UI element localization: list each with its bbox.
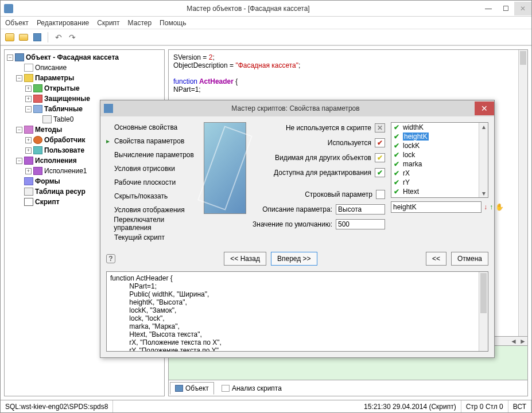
- doc-icon: [24, 64, 33, 72]
- meth-icon: [24, 126, 33, 134]
- menu-script[interactable]: Скрипт: [97, 19, 119, 27]
- toolbar-separator: [48, 32, 48, 42]
- x-icon: ✕: [394, 197, 401, 198]
- status-time: 15:21:30 29.04.2014 (Скрипт): [359, 400, 461, 412]
- dialog-app-icon: [104, 104, 113, 113]
- doc2-icon: [222, 385, 230, 392]
- user-icon: [33, 146, 42, 154]
- lbl-string: Строковый параметр: [305, 190, 372, 198]
- tree-params[interactable]: Параметры: [35, 73, 74, 83]
- nav-current[interactable]: ▸Текущий скрипт: [106, 232, 198, 243]
- close-button[interactable]: ✕: [514, 2, 531, 15]
- scroll-left-icon[interactable]: ◄: [509, 337, 518, 345]
- tab-analysis[interactable]: Анализ скрипта: [216, 382, 287, 395]
- maximize-button[interactable]: ☐: [497, 2, 514, 15]
- check-icon: ✔: [394, 160, 401, 168]
- nav-calc[interactable]: ▸Вычисление параметров: [106, 150, 198, 160]
- save-button[interactable]: [32, 32, 43, 43]
- tree-exec1[interactable]: Исполнение1: [44, 166, 87, 176]
- dialog-close-button[interactable]: ✕: [475, 102, 494, 115]
- nav-planes[interactable]: ▸Рабочие плоскости: [106, 177, 198, 188]
- grid-icon: [42, 115, 52, 123]
- tree-tabular[interactable]: Табличные: [44, 104, 83, 114]
- tree-desc[interactable]: Описание: [35, 63, 67, 73]
- tree-root[interactable]: Объект - Фасадная кассета: [26, 52, 119, 63]
- editor-vscroll[interactable]: [518, 50, 527, 336]
- nav-display[interactable]: ▸Условия отображения: [106, 205, 198, 215]
- param-list-scroll[interactable]: ▴▾: [479, 123, 488, 197]
- rewind-button[interactable]: <<: [426, 252, 446, 266]
- script-wizard-dialog: Мастер скриптов: Свойства параметров ✕ ▸…: [100, 100, 495, 358]
- move-up-button[interactable]: ↑: [490, 202, 493, 212]
- grid2-icon: [24, 188, 33, 196]
- tree-tableres[interactable]: Таблица ресур: [35, 186, 86, 197]
- cube-icon: [15, 53, 24, 61]
- menu-edit[interactable]: Редактирование: [37, 19, 89, 27]
- default-input[interactable]: [336, 219, 385, 229]
- undo-button[interactable]: ↶: [53, 32, 64, 43]
- tree-script[interactable]: Скрипт: [35, 197, 60, 207]
- param-fields: Не используется в скрипте✕ Используется✔…: [252, 122, 385, 243]
- forward-button[interactable]: Вперед >>: [271, 252, 317, 266]
- menu-object[interactable]: Объект: [5, 19, 29, 27]
- tab-object[interactable]: Объект: [170, 382, 214, 395]
- dialog-titlebar: Мастер скриптов: Свойства параметров ✕: [100, 100, 494, 116]
- tree-handlers[interactable]: Обработчик: [44, 135, 85, 145]
- exec-icon: [24, 157, 33, 165]
- main-titlebar: Мастер объектов - [Фасадная кассета] — ☐…: [1, 1, 531, 17]
- back-button[interactable]: << Назад: [224, 252, 266, 266]
- toolbar: ↶ ↷: [1, 29, 531, 45]
- preview-vscroll[interactable]: [479, 272, 488, 351]
- app-icon: [4, 4, 13, 13]
- menu-master[interactable]: Мастер: [128, 19, 152, 27]
- lbl-notused: Не используется в скрипте: [286, 124, 371, 132]
- tree-open[interactable]: Открытые: [44, 83, 80, 93]
- tree-execs[interactable]: Исполнения: [35, 155, 77, 166]
- nav-switches[interactable]: ▸Переключатели управления: [106, 219, 198, 229]
- mark-used-icon: ✔: [375, 138, 385, 147]
- tree-methods[interactable]: Методы: [35, 124, 62, 135]
- lbl-editable: Доступна для редактирования: [274, 169, 371, 177]
- statusbar: SQL:wst-kiev-eng02\SPDS:spds8 15:21:30 2…: [1, 400, 531, 412]
- check-icon: ✔: [394, 142, 401, 150]
- pick-button[interactable]: ✋: [495, 202, 504, 212]
- lbl-desc: Описание параметра:: [262, 205, 332, 213]
- move-down-button[interactable]: ↓: [484, 202, 487, 212]
- form-icon: [24, 177, 33, 185]
- menu-help[interactable]: Помощь: [160, 19, 186, 27]
- minimize-button[interactable]: —: [480, 2, 497, 15]
- open-icon: [33, 84, 42, 92]
- tree-table0[interactable]: Table0: [53, 114, 73, 124]
- tree-prot[interactable]: Защищенные: [44, 93, 90, 104]
- prot-icon: [33, 95, 42, 103]
- mark-visible-icon: ✔: [375, 153, 385, 162]
- tree-custom[interactable]: Пользовате: [44, 145, 84, 155]
- preview-code[interactable]: function ActHeader { NPart=1; Public( wi…: [106, 271, 488, 352]
- lbl-default: Значение по умолчанию:: [253, 220, 332, 228]
- open-button[interactable]: [18, 32, 29, 43]
- new-button[interactable]: [4, 32, 15, 43]
- check-icon: ✔: [394, 133, 401, 141]
- menubar: Объект Редактирование Скрипт Мастер Помо…: [1, 17, 531, 29]
- redo-button[interactable]: ↷: [67, 32, 78, 43]
- tree-forms[interactable]: Формы: [35, 176, 60, 186]
- scroll-right-icon[interactable]: ►: [518, 337, 527, 345]
- cube2-icon: [175, 385, 183, 392]
- string-checkbox[interactable]: [376, 190, 385, 199]
- param-list[interactable]: ✔widthK ✔heightK ✔lockK ✔lock ✔marka ✔rX…: [391, 122, 488, 198]
- nav-basic[interactable]: ▸Основные свойства: [106, 122, 198, 133]
- nav-draw[interactable]: ▸Условия отрисовки: [106, 163, 198, 174]
- wizard-image: [204, 122, 246, 214]
- help-button[interactable]: ?: [106, 254, 115, 263]
- nav-param-props[interactable]: ▸Свойства параметров: [106, 136, 198, 146]
- cancel-button[interactable]: Отмена: [451, 252, 488, 266]
- tab-icon: [33, 105, 42, 113]
- nav-hide[interactable]: ▸Скрыть/показать: [106, 191, 198, 201]
- save-icon: [33, 33, 41, 41]
- lbl-used: Используется: [328, 139, 371, 147]
- status-mode: ВСТ: [508, 400, 531, 412]
- wizard-nav: ▸Основные свойства ▸Свойства параметров …: [106, 122, 198, 243]
- desc-input[interactable]: [336, 204, 385, 215]
- param-name-input[interactable]: [391, 201, 481, 213]
- check-icon: ✔: [394, 169, 401, 177]
